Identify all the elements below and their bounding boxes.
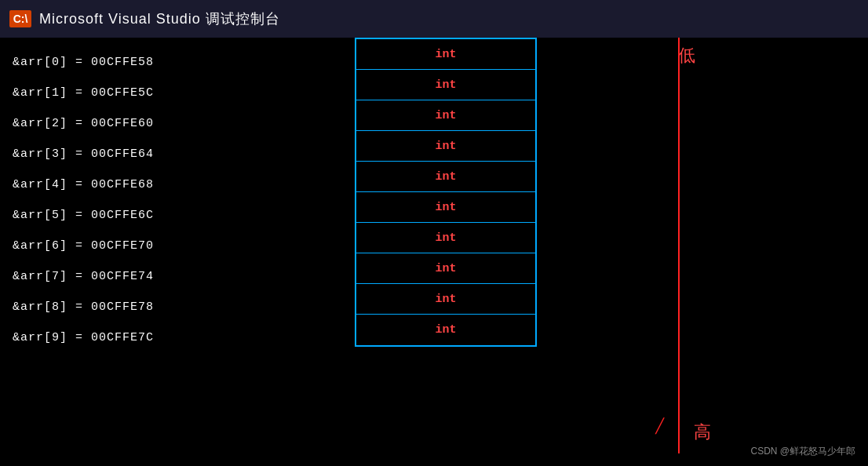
- memory-direction-line: [678, 38, 680, 453]
- int-type-text: int: [435, 109, 456, 122]
- int-type-text: int: [435, 323, 456, 337]
- window-title: Microsoft Visual Studio 调试控制台: [39, 9, 280, 28]
- int-type-cell: int: [356, 100, 535, 131]
- content-area: &arr[0] = 00CFFE58&arr[1] = 00CFFE5C&arr…: [0, 38, 868, 466]
- int-type-cell: int: [356, 315, 535, 345]
- high-label: 高: [694, 420, 711, 444]
- int-type-text: int: [435, 170, 456, 184]
- watermark-text: CSDN @鲜花怒马少年郎: [750, 445, 855, 458]
- low-label: 低: [678, 44, 695, 67]
- int-type-text: int: [435, 231, 456, 245]
- array-label: &arr[7] = 00CFFE74: [13, 270, 240, 283]
- int-type-cell: int: [356, 284, 535, 315]
- array-label: &arr[2] = 00CFFE60: [13, 117, 240, 130]
- array-label: &arr[3] = 00CFFE64: [13, 147, 240, 161]
- int-type-text: int: [435, 78, 456, 92]
- int-type-cell: int: [356, 162, 535, 192]
- int-type-column: intintintintintintintintintint: [355, 38, 537, 347]
- int-type-cell: int: [356, 70, 535, 100]
- cmd-icon: C:\: [9, 10, 31, 27]
- int-type-text: int: [435, 201, 456, 214]
- array-label: &arr[6] = 00CFFE70: [13, 239, 240, 253]
- array-label: &arr[4] = 00CFFE68: [13, 178, 240, 191]
- array-label: &arr[1] = 00CFFE5C: [13, 86, 240, 100]
- array-label: &arr[9] = 00CFFE7C: [13, 331, 240, 344]
- int-type-cell: int: [356, 253, 535, 284]
- title-bar: C:\ Microsoft Visual Studio 调试控制台: [0, 0, 868, 38]
- array-label: &arr[0] = 00CFFE58: [13, 56, 240, 69]
- arrow-icon: ╱: [655, 417, 664, 435]
- array-label: &arr[5] = 00CFFE6C: [13, 209, 240, 222]
- int-type-cell: int: [356, 39, 535, 70]
- int-type-text: int: [435, 293, 456, 306]
- int-type-cell: int: [356, 192, 535, 223]
- int-type-cell: int: [356, 131, 535, 162]
- array-label: &arr[8] = 00CFFE78: [13, 300, 240, 314]
- int-type-text: int: [435, 48, 456, 61]
- int-type-text: int: [435, 140, 456, 153]
- int-type-cell: int: [356, 223, 535, 253]
- int-type-text: int: [435, 262, 456, 275]
